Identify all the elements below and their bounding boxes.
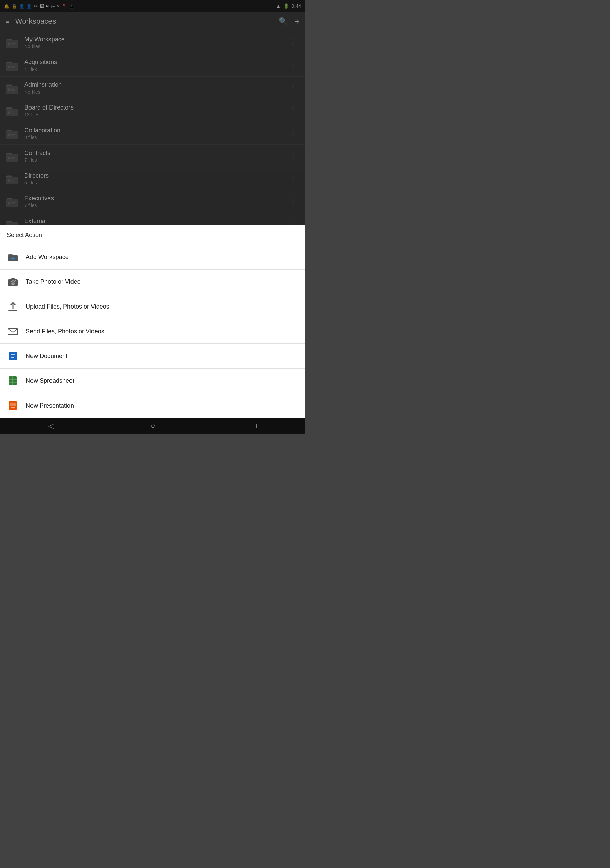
sheet-item-label: Add Workspace: [26, 254, 69, 261]
sheet-item-label: New Document: [26, 353, 67, 360]
sheet-action-item[interactable]: Take Photo or Video: [0, 270, 305, 294]
sheet-action-item[interactable]: Send Files, Photos or Videos: [0, 319, 305, 344]
svg-rect-78: [11, 407, 15, 408]
sheet-item-label: Send Files, Photos or Videos: [26, 328, 104, 335]
svg-rect-70: [11, 357, 14, 358]
svg-point-61: [12, 282, 14, 284]
sheet-action-item[interactable]: New Document: [0, 344, 305, 369]
bottom-sheet: Select Action Add Workspace Take Photo o…: [0, 225, 305, 418]
sheet-action-item[interactable]: Upload Files, Photos or Videos: [0, 294, 305, 319]
sheet-item-icon: [7, 251, 19, 263]
sheet-item-icon: [7, 375, 19, 387]
bottom-sheet-title: Select Action: [0, 225, 305, 243]
sheet-item-icon: [7, 276, 19, 288]
svg-rect-77: [10, 403, 15, 406]
svg-rect-71: [9, 377, 17, 385]
svg-rect-69: [11, 356, 15, 356]
sheet-item-icon: [7, 325, 19, 337]
sheet-item-label: New Spreadsheet: [26, 377, 74, 384]
svg-point-63: [15, 280, 16, 281]
sheet-item-label: Take Photo or Video: [26, 278, 81, 285]
svg-rect-64: [8, 310, 17, 311]
sheet-action-item[interactable]: New Spreadsheet: [0, 369, 305, 393]
sheet-item-icon: [7, 400, 19, 412]
sheet-action-item[interactable]: New Presentation: [0, 393, 305, 418]
sheet-item-icon: [7, 350, 19, 362]
sheet-item-icon: [7, 301, 19, 313]
svg-rect-62: [11, 278, 15, 280]
bottom-sheet-divider: [0, 243, 305, 243]
sheet-item-label: New Presentation: [26, 402, 74, 409]
sheet-action-item[interactable]: Add Workspace: [0, 245, 305, 270]
sheet-items-container: Add Workspace Take Photo or Video Upload…: [0, 245, 305, 418]
sheet-item-label: Upload Files, Photos or Videos: [26, 303, 110, 310]
svg-rect-68: [11, 354, 15, 355]
